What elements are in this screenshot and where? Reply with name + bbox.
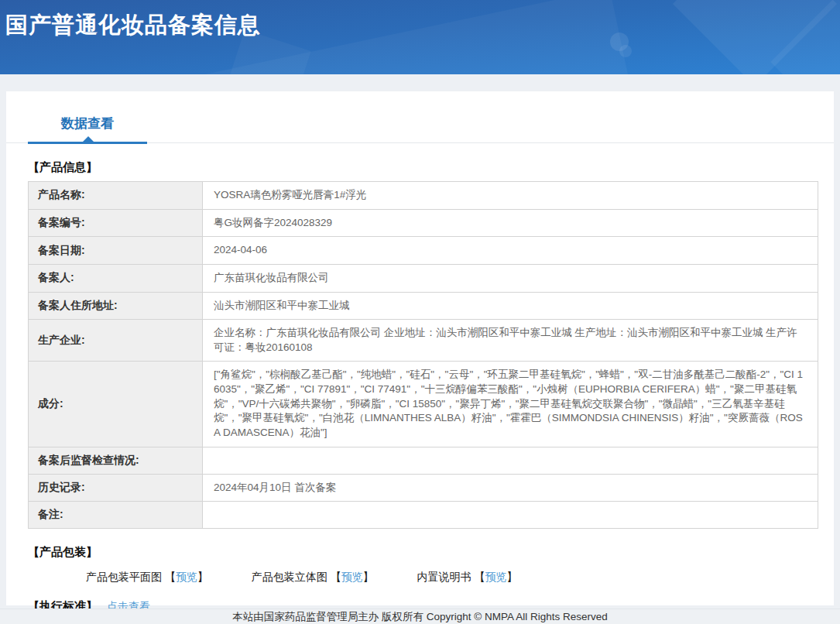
row-value: 2024-04-06 bbox=[203, 237, 818, 265]
bracket-close: 】 bbox=[363, 571, 374, 583]
table-row: 备案后监督检查情况: bbox=[29, 447, 818, 474]
bracket-open: 【 bbox=[165, 571, 176, 583]
table-row: 备案人住所地址: 汕头市潮阳区和平中寨工业城 bbox=[29, 292, 818, 320]
table-row: 产品名称: YOSRA璃色粉雾哑光唇膏1#浮光 bbox=[29, 182, 818, 210]
table-row: 备案编号: 粤G妆网备字2024028329 bbox=[29, 209, 818, 237]
row-label: 生产企业: bbox=[29, 320, 203, 362]
package-item-flat-image: 产品包装平面图 【预览】 bbox=[86, 571, 211, 583]
row-label: 备案日期: bbox=[29, 237, 203, 265]
row-value bbox=[203, 502, 818, 529]
row-value: 企业名称：广东苗琪化妆品有限公司 企业地址：汕头市潮阳区和平中寨工业城 生产地址… bbox=[203, 320, 818, 362]
preview-link-manual[interactable]: 预览 bbox=[485, 571, 506, 583]
section-title-product-package: 【产品包装】 bbox=[28, 545, 812, 560]
preview-link-3d-image[interactable]: 预览 bbox=[341, 571, 363, 583]
row-value: YOSRA璃色粉雾哑光唇膏1#浮光 bbox=[203, 182, 818, 210]
table-row: 备案日期: 2024-04-06 bbox=[29, 237, 818, 265]
page-title: 国产普通化妆品备案信息 bbox=[0, 0, 840, 41]
bracket-close: 】 bbox=[506, 571, 517, 583]
row-label: 历史记录: bbox=[29, 474, 203, 502]
row-value: 广东苗琪化妆品有限公司 bbox=[203, 264, 818, 292]
row-label: 备案后监督检查情况: bbox=[29, 447, 203, 474]
table-row: 历史记录: 2024年04月10日 首次备案 bbox=[29, 474, 818, 502]
preview-link-flat-image[interactable]: 预览 bbox=[176, 571, 197, 583]
page-footer: 本站由国家药品监督管理局主办 版权所有 Copyright © NMPA All… bbox=[0, 609, 840, 624]
header-decoration-dot bbox=[619, 45, 632, 57]
package-links-row: 产品包装平面图 【预览】 产品包装立体图 【预览】 内置说明书 【预览】 bbox=[86, 571, 812, 585]
row-label: 备案人: bbox=[29, 264, 203, 292]
bracket-open: 【 bbox=[331, 571, 341, 583]
tab-active-underline bbox=[28, 142, 147, 144]
tab-bar: 数据查看 bbox=[6, 91, 834, 143]
row-label: 备案编号: bbox=[29, 209, 203, 237]
table-row: 备案人: 广东苗琪化妆品有限公司 bbox=[29, 264, 818, 292]
row-value: ["角鲨烷"，"棕榈酸乙基己酯"，"纯地蜡"，"硅石"，"云母"，"环五聚二甲基… bbox=[203, 362, 818, 447]
package-item-label: 内置说明书 bbox=[417, 571, 471, 583]
content-card: 数据查看 【产品信息】 产品名称: YOSRA璃色粉雾哑光唇膏1#浮光 备案编号… bbox=[6, 91, 834, 605]
product-info-table: 产品名称: YOSRA璃色粉雾哑光唇膏1#浮光 备案编号: 粤G妆网备字2024… bbox=[28, 181, 818, 529]
row-value bbox=[203, 447, 818, 474]
package-item-manual: 内置说明书 【预览】 bbox=[417, 571, 518, 583]
row-value: 粤G妆网备字2024028329 bbox=[203, 209, 818, 237]
row-label: 备案人住所地址: bbox=[29, 292, 203, 320]
bracket-open: 【 bbox=[474, 571, 485, 583]
table-row: 成分: ["角鲨烷"，"棕榈酸乙基己酯"，"纯地蜡"，"硅石"，"云母"，"环五… bbox=[29, 362, 818, 447]
row-label: 成分: bbox=[29, 362, 203, 447]
row-label: 备注: bbox=[29, 502, 203, 529]
page-header: 国产普通化妆品备案信息 bbox=[0, 0, 840, 74]
row-value: 汕头市潮阳区和平中寨工业城 bbox=[203, 292, 818, 320]
table-row: 备注: bbox=[29, 502, 818, 529]
package-item-label: 产品包装平面图 bbox=[86, 571, 162, 583]
package-item-label: 产品包装立体图 bbox=[252, 571, 327, 583]
package-item-3d-image: 产品包装立体图 【预览】 bbox=[252, 571, 377, 583]
table-row: 生产企业: 企业名称：广东苗琪化妆品有限公司 企业地址：汕头市潮阳区和平中寨工业… bbox=[29, 320, 818, 362]
section-title-product-info: 【产品信息】 bbox=[28, 160, 812, 175]
tab-caret-icon bbox=[83, 136, 94, 142]
bracket-close: 】 bbox=[197, 571, 208, 583]
row-value: 2024年04月10日 首次备案 bbox=[203, 474, 818, 502]
row-label: 产品名称: bbox=[29, 182, 203, 210]
